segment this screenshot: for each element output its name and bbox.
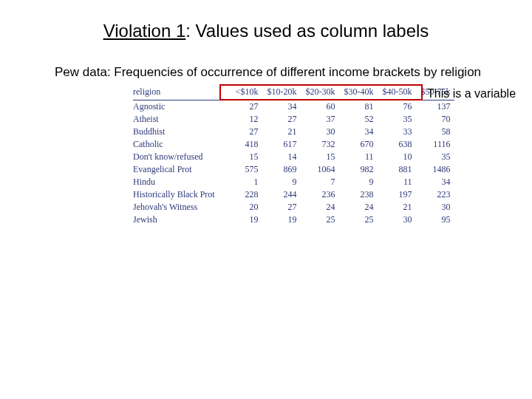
cell-religion: Agnostic bbox=[133, 100, 231, 114]
cell-value: 732 bbox=[301, 138, 339, 151]
cell-value: 15 bbox=[231, 151, 263, 163]
col-header-religion: religion bbox=[133, 85, 231, 100]
cell-value: 197 bbox=[378, 188, 416, 201]
annotation-label: This is a variable bbox=[427, 87, 516, 100]
cell-value: 11 bbox=[378, 176, 416, 188]
slide-subtitle: Pew data: Frequencies of occurrence of d… bbox=[55, 65, 481, 80]
cell-religion: Historically Black Prot bbox=[133, 188, 231, 201]
slide: Violation 1: Values used as column label… bbox=[0, 0, 532, 399]
table-row: Historically Black Prot 228 244 236 238 … bbox=[133, 188, 454, 201]
cell-religion: Jewish bbox=[133, 214, 231, 226]
cell-value: 58 bbox=[416, 126, 454, 138]
cell-value: 1486 bbox=[416, 163, 454, 176]
cell-value: 20 bbox=[231, 201, 263, 214]
cell-value: 35 bbox=[378, 113, 416, 126]
cell-value: 7 bbox=[301, 176, 339, 188]
cell-value: 12 bbox=[231, 113, 263, 126]
cell-value: 418 bbox=[231, 138, 263, 151]
cell-value: 10 bbox=[378, 151, 416, 163]
cell-value: 24 bbox=[301, 201, 339, 214]
cell-value: 33 bbox=[378, 126, 416, 138]
cell-value: 76 bbox=[378, 100, 416, 114]
cell-religion: Hindu bbox=[133, 176, 231, 188]
cell-value: 982 bbox=[339, 163, 378, 176]
cell-value: 70 bbox=[416, 113, 454, 126]
table-row: Buddhist 27 21 30 34 33 58 bbox=[133, 126, 454, 138]
cell-value: 34 bbox=[339, 126, 378, 138]
table-row: Jehovah's Witness 20 27 24 24 21 30 bbox=[133, 201, 454, 214]
cell-value: 27 bbox=[231, 126, 263, 138]
cell-value: 236 bbox=[301, 188, 339, 201]
cell-value: 35 bbox=[416, 151, 454, 163]
cell-value: 81 bbox=[339, 100, 378, 114]
table-row: Evangelical Prot 575 869 1064 982 881 14… bbox=[133, 163, 454, 176]
col-header-1: <$10k bbox=[231, 85, 263, 100]
table-row: Jewish 19 19 25 25 30 95 bbox=[133, 214, 454, 226]
cell-value: 95 bbox=[416, 214, 454, 226]
cell-value: 670 bbox=[339, 138, 378, 151]
cell-value: 238 bbox=[339, 188, 378, 201]
cell-value: 37 bbox=[301, 113, 339, 126]
col-header-5: $40-50k bbox=[378, 85, 416, 100]
table-row: Hindu 1 9 7 9 11 34 bbox=[133, 176, 454, 188]
cell-value: 27 bbox=[231, 100, 263, 114]
cell-value: 1116 bbox=[416, 138, 454, 151]
cell-value: 14 bbox=[262, 151, 301, 163]
cell-value: 1 bbox=[231, 176, 263, 188]
cell-religion: Evangelical Prot bbox=[133, 163, 231, 176]
cell-value: 52 bbox=[339, 113, 378, 126]
cell-value: 30 bbox=[378, 214, 416, 226]
cell-value: 34 bbox=[416, 176, 454, 188]
cell-religion: Jehovah's Witness bbox=[133, 201, 231, 214]
cell-value: 19 bbox=[231, 214, 263, 226]
table-header-row: religion <$10k $10-20k $20-30k $30-40k $… bbox=[133, 85, 454, 100]
table-row: Atheist 12 27 37 52 35 70 bbox=[133, 113, 454, 126]
cell-value: 228 bbox=[231, 188, 263, 201]
col-header-4: $30-40k bbox=[339, 85, 378, 100]
cell-value: 15 bbox=[301, 151, 339, 163]
table-row: Don't know/refused 15 14 15 11 10 35 bbox=[133, 151, 454, 163]
col-header-2: $10-20k bbox=[262, 85, 301, 100]
cell-value: 19 bbox=[262, 214, 301, 226]
cell-religion: Don't know/refused bbox=[133, 151, 231, 163]
table-row: Agnostic 27 34 60 81 76 137 bbox=[133, 100, 454, 114]
cell-value: 25 bbox=[301, 214, 339, 226]
cell-value: 223 bbox=[416, 188, 454, 201]
col-header-3: $20-30k bbox=[301, 85, 339, 100]
cell-value: 30 bbox=[301, 126, 339, 138]
cell-value: 244 bbox=[262, 188, 301, 201]
cell-value: 60 bbox=[301, 100, 339, 114]
cell-value: 21 bbox=[378, 201, 416, 214]
cell-value: 617 bbox=[262, 138, 301, 151]
title-rest: : Values used as column labels bbox=[185, 21, 429, 41]
cell-religion: Catholic bbox=[133, 138, 231, 151]
data-table-container: religion <$10k $10-20k $20-30k $30-40k $… bbox=[133, 85, 454, 226]
slide-title: Violation 1: Values used as column label… bbox=[0, 21, 532, 41]
cell-value: 11 bbox=[339, 151, 378, 163]
cell-value: 34 bbox=[262, 100, 301, 114]
cell-value: 881 bbox=[378, 163, 416, 176]
cell-religion: Atheist bbox=[133, 113, 231, 126]
cell-value: 9 bbox=[262, 176, 301, 188]
title-prefix: Violation 1 bbox=[103, 21, 186, 41]
cell-value: 27 bbox=[262, 113, 301, 126]
cell-value: 638 bbox=[378, 138, 416, 151]
cell-value: 9 bbox=[339, 176, 378, 188]
cell-value: 24 bbox=[339, 201, 378, 214]
cell-value: 1064 bbox=[301, 163, 339, 176]
table-body: Agnostic 27 34 60 81 76 137 Atheist 12 2… bbox=[133, 100, 454, 227]
cell-value: 869 bbox=[262, 163, 301, 176]
cell-value: 575 bbox=[231, 163, 263, 176]
cell-religion: Buddhist bbox=[133, 126, 231, 138]
cell-value: 25 bbox=[339, 214, 378, 226]
cell-value: 30 bbox=[416, 201, 454, 214]
cell-value: 21 bbox=[262, 126, 301, 138]
data-table: religion <$10k $10-20k $20-30k $30-40k $… bbox=[133, 85, 454, 226]
cell-value: 137 bbox=[416, 100, 454, 114]
cell-value: 27 bbox=[262, 201, 301, 214]
table-row: Catholic 418 617 732 670 638 1116 bbox=[133, 138, 454, 151]
